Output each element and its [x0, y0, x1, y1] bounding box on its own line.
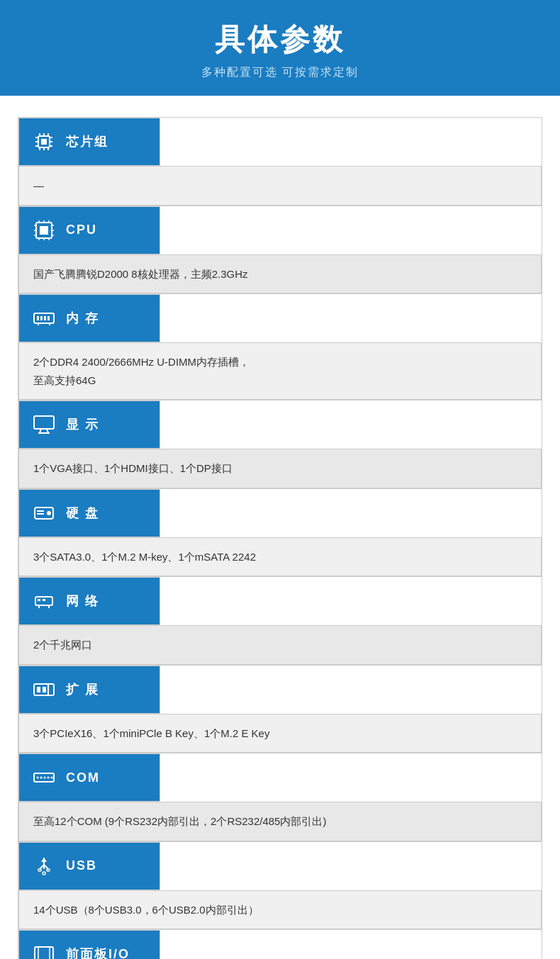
- spec-value-cell: 3个SATA3.0、1个M.2 M-key、1个mSATA 2242: [18, 537, 542, 577]
- spec-value-cell: 2个DDR4 2400/2666MHz U-DIMM内存插槽，至高支持64G: [18, 342, 542, 400]
- table-row: COM至高12个COM (9个RS232内部引出，2个RS232/485内部引出…: [18, 753, 542, 842]
- spec-name: 内 存: [66, 310, 99, 327]
- spec-name: 硬 盘: [66, 505, 99, 522]
- display-icon: [30, 411, 57, 438]
- spec-name: USB: [66, 858, 97, 873]
- svg-rect-65: [35, 947, 53, 959]
- spec-value-cell: 2个千兆网口: [18, 625, 542, 665]
- spec-value-cell: 3个PCIeX16、1个miniPCle B Key、1个M.2 E Key: [18, 714, 542, 753]
- spec-name: COM: [66, 770, 100, 785]
- spec-value-cell: 国产飞腾腾锐D2000 8核处理器，主频2.3GHz: [18, 254, 542, 294]
- table-row: 扩 展3个PCIeX16、1个miniPCle B Key、1个M.2 E Ke…: [18, 665, 542, 753]
- svg-rect-62: [38, 869, 41, 871]
- svg-rect-32: [47, 316, 50, 320]
- table-row: USB14个USB（8个USB3.0，6个USB2.0内部引出）: [18, 841, 542, 930]
- table-row: 显 示1个VGA接口、1个HDMI接口、1个DP接口: [18, 400, 542, 489]
- spec-name: CPU: [66, 223, 97, 237]
- header: 具体参数 多种配置可选 可按需求定制: [0, 0, 560, 96]
- expand-icon: [30, 676, 57, 703]
- svg-rect-63: [47, 869, 50, 871]
- svg-rect-1: [41, 139, 47, 145]
- spec-label-cell: CPU: [18, 206, 160, 254]
- spec-name: 芯片组: [66, 133, 108, 150]
- spec-name: 扩 展: [66, 681, 99, 698]
- table-row: 网 络2个千兆网口: [18, 577, 542, 666]
- header-subtitle: 多种配置可选 可按需求定制: [14, 65, 546, 80]
- svg-point-56: [47, 777, 50, 779]
- svg-point-40: [47, 511, 51, 515]
- spec-label-cell: 网 络: [18, 577, 160, 625]
- svg-rect-49: [37, 687, 40, 692]
- table-row: 内 存2个DDR4 2400/2666MHz U-DIMM内存插槽，至高支持64…: [18, 294, 542, 400]
- spec-label-cell: COM: [18, 753, 160, 802]
- table-row: 硬 盘3个SATA3.0、1个M.2 M-key、1个mSATA 2242: [18, 488, 542, 577]
- ram-icon: [30, 305, 57, 332]
- svg-rect-47: [43, 599, 45, 601]
- svg-rect-31: [44, 316, 46, 320]
- spec-label-cell: 前面板I/O: [18, 930, 160, 959]
- table-row: CPU国产飞腾腾锐D2000 8核处理器，主频2.3GHz: [18, 206, 542, 294]
- svg-point-54: [40, 777, 43, 779]
- svg-rect-30: [40, 316, 43, 320]
- svg-point-64: [43, 872, 45, 875]
- svg-rect-29: [37, 316, 39, 320]
- spec-name: 前面板I/O: [66, 946, 130, 959]
- table-row: 芯片组—: [18, 118, 542, 206]
- svg-point-57: [51, 777, 53, 779]
- svg-point-53: [37, 777, 39, 779]
- svg-rect-50: [43, 687, 46, 692]
- svg-rect-46: [38, 599, 40, 601]
- hdd-icon: [30, 500, 57, 527]
- spec-table: 芯片组—CPU国产飞腾腾锐D2000 8核处理器，主频2.3GHz内 存2个DD…: [18, 117, 542, 959]
- spec-label-cell: 芯片组: [18, 118, 160, 166]
- spec-value-cell: 1个VGA接口、1个HDMI接口、1个DP接口: [18, 449, 542, 488]
- net-icon: [30, 588, 57, 615]
- spec-name: 显 示: [66, 416, 99, 433]
- svg-marker-59: [41, 858, 47, 862]
- com-icon: [30, 764, 57, 791]
- svg-point-55: [44, 777, 46, 779]
- svg-rect-35: [34, 416, 54, 429]
- svg-rect-15: [40, 226, 48, 235]
- usb-icon: [30, 853, 57, 880]
- spec-name: 网 络: [66, 593, 99, 610]
- page-title: 具体参数: [14, 20, 546, 60]
- spec-label-cell: USB: [18, 842, 160, 890]
- spec-label-cell: 内 存: [18, 294, 160, 342]
- front-icon: [30, 941, 57, 959]
- cpu-icon: [30, 217, 57, 244]
- spec-value-cell: 至高12个COM (9个RS232内部引出，2个RS232/485内部引出): [18, 802, 542, 841]
- svg-rect-66: [38, 947, 50, 959]
- spec-value-cell: —: [18, 166, 542, 206]
- spec-label-cell: 扩 展: [18, 666, 160, 714]
- spec-label-cell: 显 示: [18, 400, 160, 449]
- spec-value-cell: 14个USB（8个USB3.0，6个USB2.0内部引出）: [18, 890, 542, 930]
- table-row: 前面板I/O2个前置USB2.0接口，1个电源按键，1个复位键，2个指示灯，3个…: [18, 930, 542, 960]
- spec-label-cell: 硬 盘: [18, 489, 160, 537]
- chip-icon: [30, 128, 57, 155]
